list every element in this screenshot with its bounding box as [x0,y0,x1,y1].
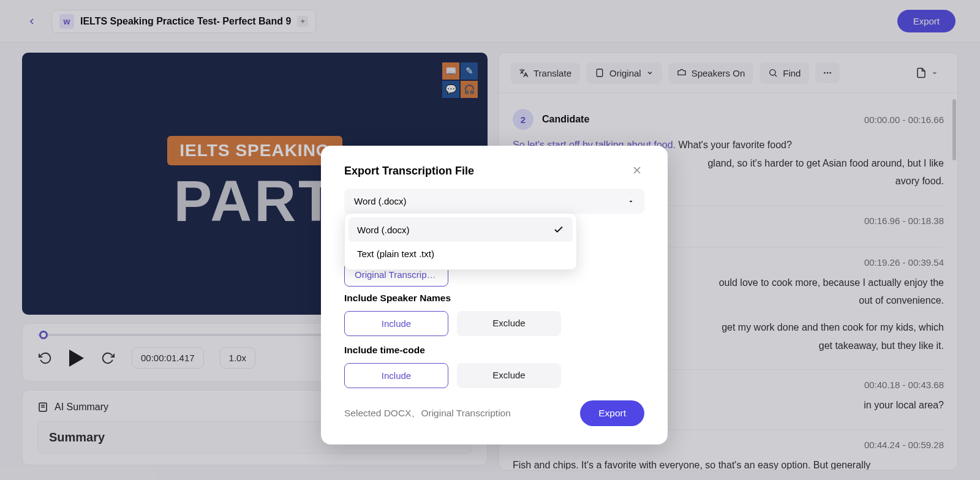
format-select[interactable]: Word (.docx) [344,189,644,214]
export-modal: Export Transcription File Word (.docx) W… [321,146,668,444]
timecode-section-label: Include time-code [344,345,644,356]
option-label: Word (.docx) [357,225,410,235]
close-icon [631,164,643,176]
modal-title: Export Transcription File [344,165,474,178]
dropdown-option-txt[interactable]: Text (plain text .txt) [349,242,573,266]
selection-summary: Selected DOCX、Original Transcription [344,407,511,420]
option-label: Text (plain text .txt) [357,249,434,259]
dropdown-option-docx[interactable]: Word (.docx) [349,217,573,242]
speaker-include-button[interactable]: Include [344,311,448,336]
modal-export-button[interactable]: Export [580,400,644,426]
format-dropdown: Word (.docx) Text (plain text .txt) [344,213,577,270]
check-icon [553,224,564,235]
timecode-exclude-button[interactable]: Exclude [457,363,561,388]
speaker-section-label: Include Speaker Names [344,293,644,304]
close-button[interactable] [631,164,644,178]
caret-down-icon [627,198,635,205]
speaker-exclude-button[interactable]: Exclude [457,311,561,336]
select-value: Word (.docx) [354,196,407,206]
timecode-include-button[interactable]: Include [344,363,448,388]
